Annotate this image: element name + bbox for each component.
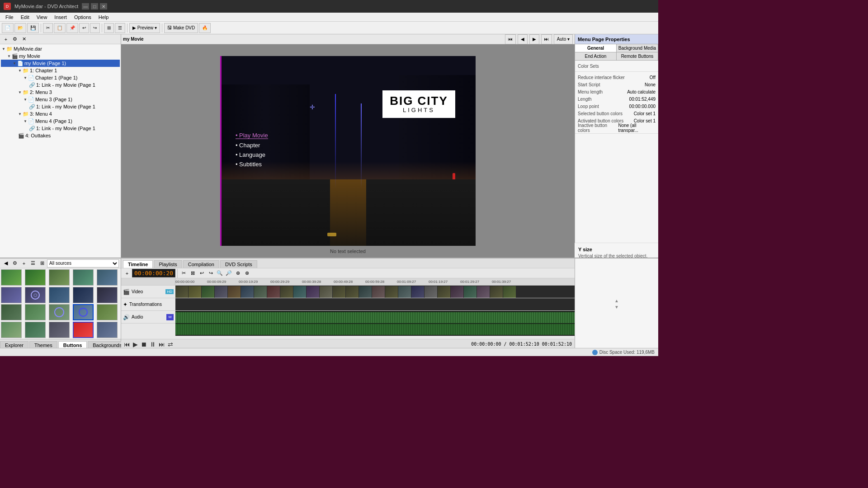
media-settings-button[interactable]: ⚙ (11, 259, 19, 267)
media-thumb-2[interactable] (25, 269, 46, 286)
media-back-button[interactable]: ◀ (2, 259, 10, 267)
tree-item-menu3-page[interactable]: ▼ 📄 Menu 3 (Page 1) (1, 96, 120, 103)
media-thumb-16[interactable] (1, 322, 22, 338)
media-thumb-7[interactable]: ○ (25, 287, 46, 303)
menu-item-subtitles[interactable]: • Subtitles (236, 161, 268, 168)
tree-item-link2[interactable]: 🔗 1: Link - my Movie (Page 1 (1, 103, 120, 110)
media-thumb-20[interactable] (97, 322, 118, 338)
tl-zoom-in[interactable]: 🔍 (216, 269, 224, 277)
media-thumb-13[interactable] (49, 304, 70, 320)
tree-item-menu4[interactable]: ▼ 📁 3: Menu 4 (1, 110, 120, 117)
right-panel-scroll[interactable]: ▲ ▼ (614, 298, 619, 310)
preview-nav-end[interactable]: ⏭ (541, 34, 552, 44)
open-button[interactable]: 📂 (14, 23, 26, 33)
tl-btn8[interactable]: ⊗ (243, 269, 251, 277)
tl-btn4[interactable]: ↪ (207, 269, 215, 277)
tree-item-mymovie-node[interactable]: ▼ 🎬 my Movie (1, 52, 120, 60)
tl-add-button[interactable]: + (123, 269, 131, 277)
media-thumb-5[interactable] (97, 269, 118, 286)
tab-end-action[interactable]: End Action (575, 52, 617, 60)
undo-button[interactable]: ↩ (79, 23, 89, 33)
make-dvd-button[interactable]: 🖫 Make DVD (164, 23, 198, 33)
no-text-label: No text selected (330, 249, 366, 254)
tree-add-button[interactable]: + (2, 35, 10, 43)
tl-play[interactable]: ▶ (133, 341, 138, 348)
media-thumb-10[interactable] (97, 287, 118, 303)
preview-button[interactable]: ▶ Preview ▾ (129, 23, 160, 33)
media-thumb-17[interactable] (25, 322, 46, 338)
tl-loop[interactable]: ⇄ (168, 341, 173, 348)
media-thumb-9[interactable] (73, 287, 94, 303)
tree-settings-button[interactable]: ⚙ (11, 35, 19, 43)
media-thumb-4[interactable] (73, 269, 94, 286)
tl-btn3[interactable]: ↩ (198, 269, 206, 277)
tree-item-menu3[interactable]: ▼ 📁 2: Menu 3 (1, 89, 120, 96)
tl-tab-playlists[interactable]: Playlists (154, 260, 182, 268)
grid-view-button[interactable]: ⊞ (104, 23, 114, 33)
tree-item-menu4-page[interactable]: ▼ 📄 Menu 4 (Page 1) (1, 117, 120, 125)
tl-tab-dvd-scripts[interactable]: DVD Scripts (220, 260, 257, 268)
media-thumb-19[interactable] (73, 322, 94, 338)
tree-item-outtakes[interactable]: 🎬 4: Outtakes (1, 132, 120, 139)
menu-edit[interactable]: Edit (17, 14, 33, 20)
tree-item-link3[interactable]: 🔗 1: Link - my Movie (Page 1 (1, 125, 120, 132)
paste-button[interactable]: 📌 (66, 23, 78, 33)
media-thumb-1[interactable] (1, 269, 22, 286)
minimize-button[interactable]: — (82, 3, 89, 9)
tab-remote[interactable]: Remote Buttons (617, 52, 658, 60)
tree-item-chapter1-page[interactable]: ▼ 📄 Chapter 1 (Page 1) (1, 74, 120, 81)
media-source-select[interactable]: All sources (47, 259, 119, 267)
tl-pause[interactable]: ⏸ (150, 341, 156, 348)
menu-item-chapter[interactable]: • Chapter (236, 142, 268, 149)
media-thumb-12[interactable] (25, 304, 46, 320)
tree-item-link1[interactable]: 🔗 1: Link - my Movie (Page 1 (1, 81, 120, 89)
new-button[interactable]: 📄 (2, 23, 14, 33)
media-thumb-8[interactable] (49, 287, 70, 303)
preview-nav-prev[interactable]: ◀ (518, 34, 528, 44)
tl-cut-button[interactable]: ✂ (179, 269, 188, 277)
menu-insert[interactable]: Insert (51, 14, 71, 20)
tl-goto-end[interactable]: ⏭ (159, 341, 165, 348)
media-thumb-11[interactable] (1, 304, 22, 320)
tree-close-button[interactable]: ✕ (20, 35, 28, 43)
media-list-button[interactable]: ☰ (29, 259, 37, 267)
media-thumb-14[interactable] (73, 304, 94, 320)
redo-button[interactable]: ↪ (90, 23, 100, 33)
media-thumb-6[interactable] (1, 287, 22, 303)
audio-mute-button[interactable]: M (166, 314, 174, 320)
copy-button[interactable]: 📋 (54, 23, 66, 33)
tl-btn7[interactable]: ⊕ (234, 269, 242, 277)
tl-tab-timeline[interactable]: Timeline (123, 260, 153, 268)
preview-nav-start[interactable]: ⏮ (505, 34, 516, 44)
tree-item-page1[interactable]: ▼ 📄 my Movie (Page 1) (1, 60, 120, 67)
close-button[interactable]: ✕ (100, 3, 107, 9)
movie-canvas[interactable]: BIG CITY LIGHTS • Play Movie • Chapter •… (220, 56, 476, 246)
menu-options[interactable]: Options (71, 14, 95, 20)
tl-stop[interactable]: ⏹ (141, 341, 147, 348)
tab-general[interactable]: General (575, 44, 617, 52)
tl-trim-button[interactable]: ⊠ (189, 269, 197, 277)
maximize-button[interactable]: □ (91, 3, 98, 9)
tl-tab-compilation[interactable]: Compilation (183, 260, 219, 268)
preview-auto-btn[interactable]: Auto ▾ (554, 34, 573, 44)
media-grid-button[interactable]: ⊞ (38, 259, 46, 267)
menu-view[interactable]: View (33, 14, 51, 20)
save-button[interactable]: 💾 (27, 23, 39, 33)
menu-file[interactable]: File (2, 14, 17, 20)
tl-zoom-out[interactable]: 🔎 (225, 269, 233, 277)
tree-item-mymovie[interactable]: ▼ 📁 MyMovie.dar (1, 45, 120, 52)
cut-button[interactable]: ✂ (43, 23, 53, 33)
menu-item-language[interactable]: • Language (236, 151, 268, 158)
media-thumb-18[interactable] (49, 322, 70, 338)
tab-background[interactable]: Background Media (617, 44, 658, 52)
list-view-button[interactable]: ☰ (115, 23, 125, 33)
media-thumb-3[interactable] (49, 269, 70, 286)
tree-item-chapter1[interactable]: ▼ 📁 1: Chapter 1 (1, 67, 120, 74)
menu-help[interactable]: Help (95, 14, 113, 20)
menu-item-play[interactable]: • Play Movie (236, 132, 268, 139)
preview-nav-next[interactable]: ▶ (529, 34, 539, 44)
media-thumb-15[interactable] (97, 304, 118, 320)
media-add-button[interactable]: + (20, 259, 28, 267)
tl-goto-start[interactable]: ⏮ (124, 341, 130, 348)
burn-button[interactable]: 🔥 (199, 23, 211, 33)
